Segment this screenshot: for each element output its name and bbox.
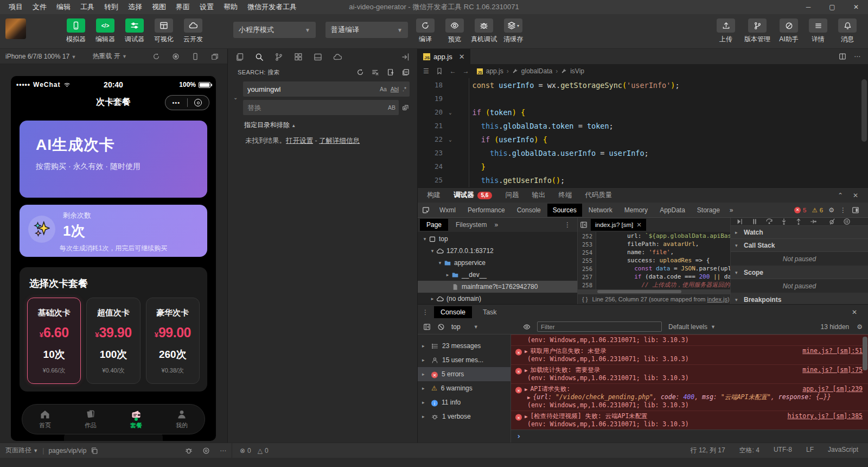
split-editor-icon[interactable] [839, 53, 846, 60]
console-message[interactable]: ✕▶[检查待处理视频] 失败: 云端API未配置history.js? [sm]… [511, 411, 868, 430]
debug-section-header[interactable]: ▸Watch [731, 226, 868, 239]
source-link[interactable]: app.js? [sm]:239 [802, 385, 863, 393]
step-into-icon[interactable] [780, 218, 788, 225]
back-icon[interactable]: ← [450, 67, 456, 75]
devtools-tab-Storage[interactable]: Storage [692, 204, 725, 217]
outline-icon[interactable]: ☰ [423, 67, 429, 75]
console-filter-5 errors[interactable]: ▸✕5 errors [418, 367, 510, 381]
source-link[interactable]: mine.js? [sm]:75 [802, 366, 863, 374]
console-filter-15 user mes...[interactable]: ▸15 user mes... [418, 353, 510, 367]
close-tab-icon[interactable]: ✕ [636, 221, 642, 229]
capsule-button[interactable]: ••• [165, 95, 209, 110]
expander-icon[interactable]: ▸ [429, 296, 436, 301]
whole-word-icon[interactable]: Abl [391, 86, 399, 92]
bookmark-icon[interactable] [436, 67, 443, 75]
collapse-sidebar-icon[interactable] [401, 53, 410, 61]
expander-icon[interactable]: ▸ [422, 414, 427, 419]
toolbar-button-cloud-dev[interactable]: 云开发 [181, 18, 205, 44]
expander-icon[interactable]: ▸ [422, 400, 427, 405]
panel-tab-问题[interactable]: 问题 [499, 188, 525, 202]
toolbar-button-visual[interactable]: 可视化 [152, 18, 176, 44]
encoding[interactable]: UTF-8 [774, 446, 792, 455]
debug-status-icon[interactable] [185, 447, 193, 455]
expander-icon[interactable]: ▶ [525, 349, 527, 354]
cloud-icon[interactable] [333, 53, 342, 61]
console-tab-Console[interactable]: Console [434, 306, 472, 318]
search-input[interactable] [247, 85, 376, 93]
show-console-sidebar-icon[interactable] [423, 323, 431, 331]
panel-tab-调试器[interactable]: 调试器5,6 [448, 188, 498, 202]
console-scrollbar[interactable] [863, 337, 867, 370]
toolbar-button-device-debug[interactable]: 真机调试 [472, 18, 496, 44]
tree-item[interactable]: mainframe?t=1762942780 [418, 281, 577, 293]
minimize-button[interactable]: ─ [796, 0, 820, 14]
tree-item[interactable]: ▸__dev__ [418, 269, 577, 281]
expander-icon[interactable]: ▸ [422, 386, 427, 391]
package-card-基础次卡[interactable]: 基础次卡¥6.6010次¥0.66/次 [27, 298, 81, 384]
close-tab-icon[interactable]: ✕ [459, 53, 465, 61]
toolbar-button-compile[interactable]: 编译 [413, 18, 437, 44]
more-navigator-tabs-icon[interactable]: » [494, 221, 498, 229]
eol[interactable]: LF [806, 446, 814, 455]
console-filter-1 verbose[interactable]: ▸1 verbose [418, 409, 510, 424]
console-tab-Task[interactable]: Task [476, 306, 503, 318]
toolbar-button-preview[interactable]: 预览 [443, 18, 467, 44]
breadcrumb-symbol[interactable]: globalData [521, 67, 552, 75]
toolbar-button-version[interactable]: 版本管理 [744, 18, 770, 44]
hot-reload-toggle[interactable]: 热重载 开 ▼ [92, 52, 127, 61]
detach-window-icon[interactable] [211, 53, 219, 60]
preview-status-icon[interactable] [202, 447, 210, 455]
replace-all-icon[interactable] [402, 104, 410, 111]
expander-icon[interactable]: ▸ [422, 343, 427, 349]
device-select[interactable]: iPhone 6/7/8 100% 17 ▼ [5, 53, 76, 60]
panel-tab-代码质量[interactable]: 代码质量 [579, 188, 618, 202]
devtools-warning-count[interactable]: ⚠6 [812, 206, 824, 214]
devtools-tab-Sources[interactable]: Sources [547, 204, 582, 217]
avatar[interactable] [5, 18, 26, 39]
context-select[interactable]: top▼ [451, 323, 516, 331]
indent-setting[interactable]: 空格: 4 [739, 446, 760, 455]
debug-section-header[interactable]: ▾Scope [731, 266, 868, 279]
devtools-tab-Wxml[interactable]: Wxml [434, 204, 461, 217]
expander-icon[interactable]: ▶ [527, 395, 530, 400]
step-over-icon[interactable] [765, 218, 773, 225]
source-link[interactable]: history.js? [sm]:385 [788, 412, 863, 420]
tree-item[interactable]: ▾appservice [418, 257, 577, 269]
more-tabs-icon[interactable]: » [726, 206, 737, 214]
inspect-icon[interactable] [422, 206, 430, 214]
forward-icon[interactable]: → [463, 67, 469, 75]
tab-作品[interactable]: 作品 [68, 409, 113, 430]
console-message[interactable]: ✕▶获取用户信息失败: 未登录mine.js? [sm]:51(env: Win… [511, 345, 868, 364]
toolbar-button-simulator[interactable]: 模拟器 [64, 18, 88, 44]
devtools-tab-Performance[interactable]: Performance [462, 204, 510, 217]
step-icon[interactable] [809, 218, 817, 225]
live-expression-icon[interactable] [523, 323, 531, 331]
navigator-tab-Page[interactable]: Page [420, 219, 448, 231]
console-filter-11 info[interactable]: ▸i11 info [418, 395, 510, 409]
tree-item[interactable]: ▸(no domain) [418, 293, 577, 304]
panel-tab-终端[interactable]: 终端 [552, 188, 578, 202]
show-navigator-icon[interactable] [736, 218, 744, 225]
devtools-error-count[interactable]: ✕5 [794, 207, 806, 213]
expander-icon[interactable]: ▾ [735, 297, 741, 302]
record-icon[interactable] [172, 53, 180, 60]
toolbar-button-ai-helper[interactable]: AI助手 [778, 18, 800, 44]
open-settings-link[interactable]: 打开设置 [286, 137, 313, 144]
regex-icon[interactable]: .* [403, 86, 406, 92]
expander-icon[interactable]: ▾ [429, 248, 436, 254]
learn-more-link[interactable]: 了解详细信息 [319, 137, 360, 144]
package-card-超值次卡[interactable]: 超值次卡¥39.90100次¥0.40/次 [86, 298, 140, 384]
package-card-豪华次卡[interactable]: 豪华次卡¥99.00260次¥0.38/次 [146, 298, 200, 384]
menu-文件[interactable]: 文件 [28, 1, 51, 14]
page-path-select[interactable]: 页面路径 ▼ [5, 446, 38, 455]
devtools-kebab-icon[interactable]: ⋮ [840, 206, 846, 214]
console-kebab-icon[interactable]: ⋮ [422, 308, 429, 316]
collapse-all-icon[interactable] [402, 68, 410, 76]
refresh-icon[interactable] [152, 53, 160, 60]
breadcrumb-symbol[interactable]: isVip [570, 67, 584, 75]
expander-icon[interactable]: ▸ [422, 357, 427, 363]
devtools-tab-Network[interactable]: Network [583, 204, 618, 217]
menu-界面[interactable]: 界面 [171, 1, 194, 14]
object-preview[interactable]: ▶{url: "/video/check_pending.php", code:… [515, 393, 863, 401]
console-filter-23 messages[interactable]: ▸23 messages [418, 339, 510, 353]
